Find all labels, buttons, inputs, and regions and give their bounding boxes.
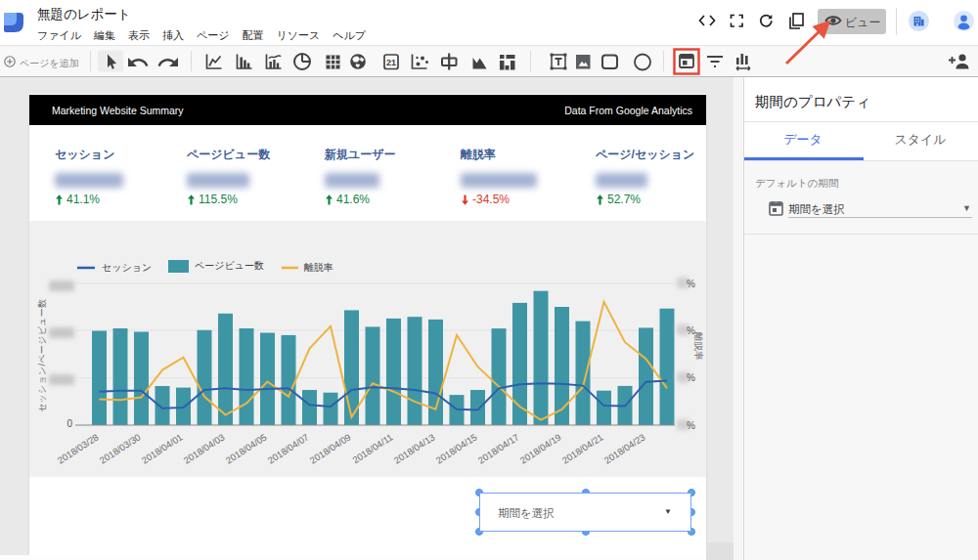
svg-text:%: % [687,420,695,431]
svg-text:2018/04/03: 2018/04/03 [182,431,227,465]
svg-text:2018/04/07: 2018/04/07 [266,431,311,465]
svg-text:2018/04/01: 2018/04/01 [140,431,185,465]
svg-text:2018/04/15: 2018/04/15 [434,431,479,465]
svg-text:2018/04/05: 2018/04/05 [224,431,269,465]
svg-text:2018/03/28: 2018/03/28 [56,431,101,465]
svg-text:2018/04/09: 2018/04/09 [308,431,353,465]
svg-text:%: % [687,372,695,383]
svg-text:2018/04/13: 2018/04/13 [392,431,437,465]
svg-text:2018/04/19: 2018/04/19 [518,431,563,465]
svg-text:0: 0 [67,418,72,429]
svg-text:2018/04/17: 2018/04/17 [476,431,521,465]
svg-text:2018/04/23: 2018/04/23 [602,431,647,465]
svg-text:2018/04/11: 2018/04/11 [350,431,394,465]
svg-text:%: % [687,279,695,289]
svg-text:2018/04/21: 2018/04/21 [560,431,605,465]
svg-text:2018/03/30: 2018/03/30 [98,431,143,465]
svg-text:21: 21 [386,58,396,67]
